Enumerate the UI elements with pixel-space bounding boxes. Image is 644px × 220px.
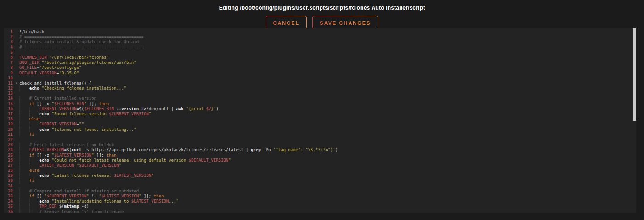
code-line[interactable]: 1!/bin/bash [4,29,636,34]
line-number: 12 [4,86,13,91]
code-line[interactable]: 2# =====================================… [4,34,636,39]
code-line[interactable]: 36 # Remove leading 'v' from filename [4,209,636,213]
code-line[interactable]: 32 # Compare and install if missing or o… [4,189,636,194]
code-line-content: # ======================================… [19,45,636,50]
line-number: 16 [4,107,13,112]
code-line[interactable]: 12 echo "Checking fclones installation..… [4,86,636,91]
fold-gutter [13,189,19,194]
code-line[interactable]: 14 # Current installed version [4,96,636,101]
code-lines: 1!/bin/bash2# ==========================… [4,28,636,213]
code-line[interactable]: 18 else [4,117,636,122]
code-line[interactable]: 34 echo "Installing/updating fclones to … [4,199,636,204]
code-line-content: # fclones auto-install & update check fo… [19,39,636,45]
indent-guide [19,168,20,173]
code-line-content: GO_FILE="/boot/config/go" [19,65,636,70]
line-number: 36 [4,209,13,213]
fold-gutter [13,45,19,50]
code-line[interactable]: 21 fi [4,132,636,137]
indent-guide [19,147,20,152]
indent-guide [19,132,20,137]
indent-guide [29,163,30,168]
code-line[interactable]: 11▾check_and_install_fclones() { [4,81,636,86]
line-number: 3 [4,39,13,45]
fold-gutter [13,34,19,39]
code-line[interactable]: 22 [4,137,636,142]
code-line[interactable]: 27 LATEST_VERSION="$DEFAULT_VERSION" [4,163,636,168]
line-number: 20 [4,127,13,132]
fold-gutter [13,91,19,96]
code-line-content: if [[ -x "$FCLONES_BIN" ]]; then [19,102,636,107]
code-line[interactable]: 30 fi [4,178,636,183]
code-line-content: echo "fclones not found, installing..." [19,127,636,132]
line-number: 32 [4,189,13,194]
indent-guide [19,209,20,213]
save-changes-button[interactable]: SAVE CHANGES [312,16,378,29]
line-number: 28 [4,168,13,173]
code-line[interactable]: 9DEFAULT_VERSION="0.35.0" [4,71,636,76]
code-line[interactable]: 17 echo "Found fclones version $CURRENT_… [4,112,636,117]
indent-guide [19,153,20,158]
code-line[interactable]: 20 echo "fclones not found, installing..… [4,127,636,132]
code-line[interactable]: 13 [4,91,636,96]
code-line-content [19,184,636,189]
page-title: Editing /boot/config/plugins/user.script… [0,5,644,11]
code-line[interactable]: 25 if [[ -z "$LATEST_VERSION" ]]; then [4,153,636,158]
code-line[interactable]: 28 else [4,168,636,173]
code-line[interactable]: 23 # Fetch latest release from GitHub [4,142,636,147]
code-line-content: DEFAULT_VERSION="0.35.0" [19,71,636,76]
cancel-button[interactable]: CANCEL [266,16,307,29]
code-line[interactable]: 5 [4,50,636,55]
indent-guide [29,112,30,117]
line-number: 8 [4,65,13,70]
line-number: 24 [4,147,13,152]
line-number: 1 [4,29,13,34]
code-line[interactable]: 16 CURRENT_VERSION=$($FCLONES_BIN --vers… [4,107,636,112]
line-number: 29 [4,173,13,178]
indent-guide [19,127,20,132]
line-number: 34 [4,199,13,204]
code-line-content: !/bin/bash [19,29,636,34]
code-line-content: echo "Could not fetch latest release, us… [19,158,636,163]
save-changes-button-label: SAVE CHANGES [320,20,371,26]
code-line[interactable]: 26 echo "Could not fetch latest release,… [4,158,636,163]
fold-gutter [13,55,19,60]
script-code-editor[interactable]: 1!/bin/bash2# ==========================… [4,28,636,213]
code-line-content: CURRENT_VERSION="" [19,122,636,127]
indent-guide [29,209,30,213]
line-number: 18 [4,117,13,122]
indent-guide [19,189,20,194]
indent-guide [19,158,20,163]
code-line[interactable]: 7BOOT_DIR="/boot/config/plugins/fclones/… [4,60,636,65]
line-number: 2 [4,34,13,39]
code-line[interactable]: 4# =====================================… [4,45,636,50]
code-line[interactable]: 24 LATEST_VERSION=$(curl -s https://api.… [4,147,636,152]
code-line[interactable]: 31 [4,184,636,189]
code-line[interactable]: 8GO_FILE="/boot/config/go" [4,65,636,70]
indent-guide [29,199,30,204]
fold-gutter [13,50,19,55]
code-line[interactable]: 33 if [[ "$CURRENT_VERSION" != "$LATEST_… [4,194,636,199]
code-line[interactable]: 15 if [[ -x "$FCLONES_BIN" ]]; then [4,102,636,107]
code-line-content: else [19,168,636,173]
code-line[interactable]: 19 CURRENT_VERSION="" [4,122,636,127]
code-line-content: echo "Installing/updating fclones to $LA… [19,199,636,204]
line-number: 9 [4,71,13,76]
code-line[interactable]: 35 TMP_DIR=$(mktemp -d) [4,204,636,209]
button-row: CANCEL SAVE CHANGES [0,16,644,29]
code-line[interactable]: 10 [4,76,636,81]
line-number: 11 [4,81,13,86]
line-number: 26 [4,158,13,163]
fold-gutter [13,178,19,183]
line-number: 13 [4,91,13,96]
scrollbar-thumb[interactable] [633,28,636,121]
code-line-content: echo "Latest fclones release: $LATEST_VE… [19,173,636,178]
code-line[interactable]: 29 echo "Latest fclones release: $LATEST… [4,173,636,178]
code-line[interactable]: 6FCLONES_BIN="/usr/local/bin/fclones" [4,55,636,60]
code-line[interactable]: 3# fclones auto-install & update check f… [4,39,636,45]
fold-gutter [13,60,19,65]
fold-toggle-icon[interactable]: ▾ [13,81,19,86]
fold-gutter [13,168,19,173]
line-number: 25 [4,153,13,158]
code-line-content [19,91,636,96]
line-number: 17 [4,112,13,117]
